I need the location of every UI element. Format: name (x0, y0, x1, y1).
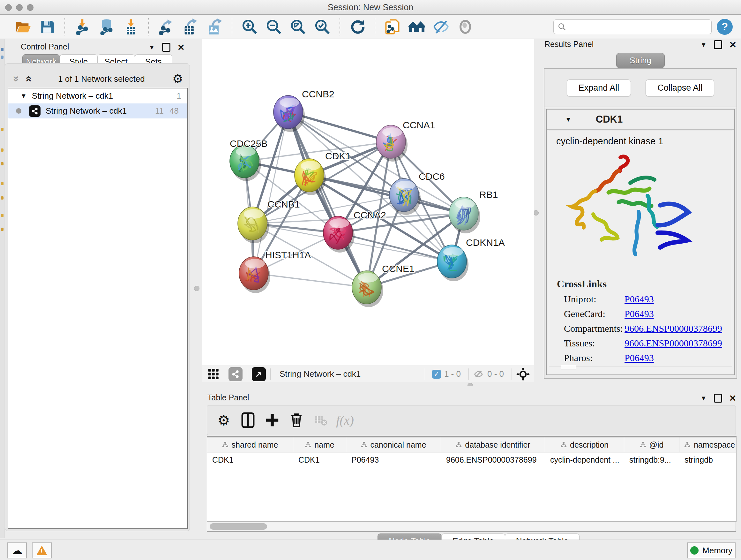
table-cell[interactable]: cyclin-dependent ... (545, 452, 624, 468)
grid-view-icon[interactable] (206, 366, 221, 382)
export-image-icon[interactable] (206, 18, 223, 35)
hide-unhide-icon[interactable] (433, 18, 449, 35)
open-session-icon[interactable] (15, 18, 31, 35)
table-row[interactable]: CDK1CDK1P064939606.ENSP00000378699cyclin… (207, 452, 736, 468)
crosslink-link[interactable]: P06493 (624, 351, 654, 365)
crosslink-label: Uniprot: (564, 292, 624, 307)
save-session-icon[interactable] (39, 18, 56, 35)
search-input[interactable] (566, 22, 708, 32)
network-edge[interactable] (254, 273, 367, 287)
network-node-ccne1[interactable]: CCNE1 (352, 263, 414, 307)
network-node-cdc6[interactable]: CDC6 (389, 171, 445, 215)
network-node-hist1h1a[interactable]: HIST1H1A (239, 250, 311, 293)
export-table-icon[interactable] (182, 18, 199, 35)
table-panel-float-icon[interactable] (714, 394, 722, 402)
tab-string[interactable]: String (616, 53, 665, 68)
toolbar-separator (64, 18, 65, 36)
warnings-button[interactable]: ! (32, 543, 52, 558)
fit-selected-crosshair-icon[interactable] (516, 368, 530, 381)
scrollbar-thumb[interactable] (210, 523, 267, 530)
cloud-status-button[interactable]: ☁ (7, 543, 27, 558)
network-node-ccnb2[interactable]: CCNB2 (273, 89, 334, 132)
table-panel-close-icon[interactable]: ✕ (729, 393, 737, 403)
crosslink-link[interactable]: 9606.ENSP00000378699 (624, 336, 722, 351)
collapse-all-button[interactable]: Collapse All (646, 79, 714, 97)
crosslink-row: Pharos:P06493 (557, 351, 732, 365)
crosslink-row: Tissues:9606.ENSP00000378699 (557, 336, 732, 351)
crosslink-link[interactable]: P06493 (624, 307, 654, 321)
node-result-header[interactable]: ▼ CDK1 (547, 110, 734, 130)
network-edge[interactable] (288, 112, 367, 287)
network-view-statusbar: String Network – cdk1 ✓ 1 - 0 0 - 0 (202, 366, 534, 382)
show-eye-icon[interactable] (457, 18, 474, 35)
network-node-cdkn1a[interactable]: CDKN1A (437, 237, 505, 281)
results-panel-float-icon[interactable] (714, 40, 722, 49)
column-header-name[interactable]: name (293, 437, 346, 452)
column-header--id[interactable]: @id (624, 437, 679, 452)
left-splitter-handle[interactable] (194, 286, 199, 291)
toolbar-separator (232, 18, 232, 36)
network-row[interactable]: String Network – cdk1 11 48 (8, 104, 187, 118)
results-panel-menu-icon[interactable]: ▼ (700, 41, 707, 49)
table-cell[interactable]: 9606.ENSP00000378699 (441, 452, 545, 468)
network-edge[interactable] (254, 112, 288, 273)
import-network-from-database-icon[interactable] (98, 18, 115, 35)
zoom-selected-icon[interactable] (314, 18, 331, 35)
entry-expand-icon[interactable]: ▼ (565, 116, 571, 123)
zoom-fit-icon[interactable] (290, 18, 307, 35)
table-options-gear-icon[interactable]: ⚙ (215, 411, 232, 429)
birdseye-navigator-icon[interactable] (252, 367, 266, 381)
column-header-namespace[interactable]: namespace (679, 437, 737, 452)
export-network-icon[interactable] (158, 18, 174, 35)
control-panel-menu-icon[interactable]: ▼ (149, 44, 155, 51)
table-cell[interactable]: CDK1 (293, 452, 346, 468)
node-label: CCNB1 (267, 199, 300, 209)
network-share-view-icon[interactable] (228, 367, 243, 381)
table-cell[interactable]: CDK1 (207, 452, 293, 468)
tree-expand-icon[interactable]: ▼ (20, 92, 27, 100)
crosslink-row: Uniprot:P06493 (557, 292, 732, 307)
zoom-out-icon[interactable] (266, 18, 282, 35)
column-header-database-identifier[interactable]: database identifier (441, 437, 545, 452)
table-cell[interactable]: stringdb (679, 452, 737, 468)
memory-button[interactable]: Memory (687, 543, 736, 558)
table-horizontal-scrollbar[interactable] (207, 521, 736, 532)
network-collection-count: 1 (177, 91, 181, 101)
crosslink-link[interactable]: 9606.ENSP00000378699 (624, 321, 722, 336)
new-network-from-selection-icon[interactable] (384, 18, 401, 35)
show-columns-icon[interactable] (239, 411, 257, 429)
help-icon[interactable]: ? (717, 19, 733, 35)
selected-nodes-checkbox[interactable]: ✓ (432, 370, 441, 379)
column-header-description[interactable]: description (545, 437, 624, 452)
expand-all-networks-icon[interactable]: » (22, 76, 33, 82)
crosslink-link[interactable]: P06493 (624, 292, 654, 307)
table-panel-menu-icon[interactable]: ▼ (700, 395, 707, 402)
column-header-shared-name[interactable]: shared name (207, 437, 293, 452)
import-network-icon[interactable] (74, 18, 91, 35)
table-cell[interactable]: P06493 (346, 452, 441, 468)
import-table-icon[interactable] (123, 18, 139, 35)
network-options-gear-icon[interactable]: ⚙ (172, 72, 183, 86)
search-box (553, 19, 712, 34)
control-panel-float-icon[interactable] (162, 43, 171, 52)
delete-column-icon[interactable] (287, 411, 306, 429)
node-label: RB1 (479, 189, 498, 200)
table-cell[interactable]: stringdb:9... (624, 452, 679, 468)
window-title: Session: New Session (0, 3, 741, 12)
add-column-icon[interactable] (263, 411, 281, 429)
table-panel-title: Table Panel (207, 393, 249, 402)
zoom-in-icon[interactable] (241, 18, 258, 35)
network-canvas[interactable]: CCNB2CCNA1CDC25BCDK1CDC6RB1CCNB1CCNA2CDK… (202, 39, 534, 366)
results-panel-close-icon[interactable]: ✕ (729, 40, 737, 50)
network-collection-row[interactable]: ▼ String Network – cdk1 1 (8, 88, 187, 104)
collapse-all-networks-icon[interactable]: » (11, 76, 22, 82)
expand-all-button[interactable]: Expand All (567, 79, 631, 97)
column-header-canonical-name[interactable]: canonical name (346, 437, 441, 452)
control-panel-close-icon[interactable]: ✕ (178, 42, 185, 53)
entry-scrollbar-nub (561, 365, 576, 369)
home-string-icon[interactable] (408, 18, 425, 35)
crosslinks-rows: Uniprot:P06493GeneCard:P06493Compartment… (557, 292, 732, 365)
refresh-icon[interactable] (349, 18, 366, 35)
control-panel: Control Panel ▼ ✕ NetworkStyleSelectSets… (5, 42, 189, 531)
network-node-rb1[interactable]: RB1 (449, 189, 498, 233)
